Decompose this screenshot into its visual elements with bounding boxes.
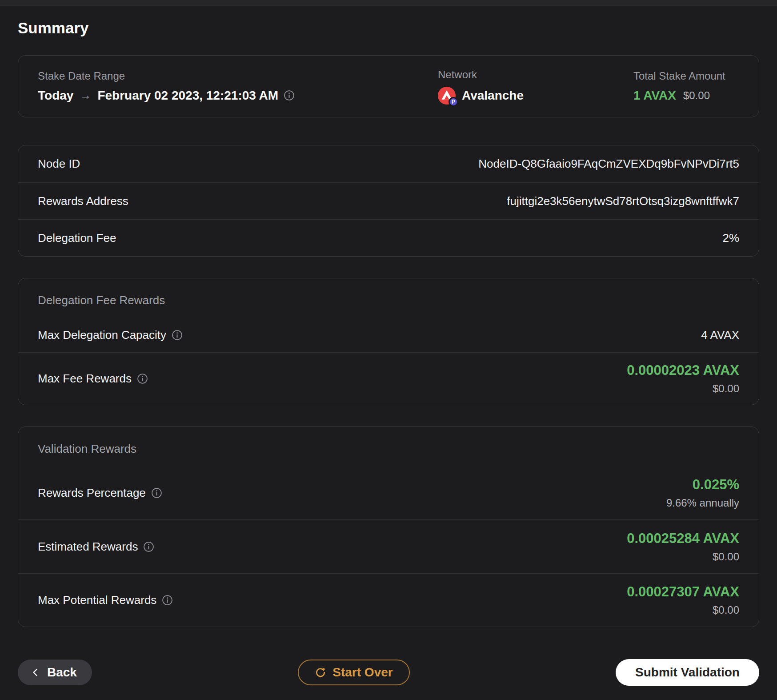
max-potential-rewards-value: 0.00027307 AVAX bbox=[627, 584, 739, 600]
max-fee-rewards-row: Max Fee Rewards 0.00002023 AVAX $0.00 bbox=[18, 352, 759, 405]
max-delegation-capacity-row: Max Delegation Capacity 4 AVAX bbox=[18, 318, 759, 352]
node-id-value: NodeID-Q8Gfaaio9FAqCmZVEXDq9bFvNPvDi7rt5 bbox=[478, 157, 739, 171]
rewards-percentage-row: Rewards Percentage 0.025% 9.66% annually bbox=[18, 466, 759, 519]
stake-date-info-icon[interactable] bbox=[284, 90, 295, 101]
restart-icon bbox=[315, 667, 326, 678]
p-chain-badge: P bbox=[449, 97, 458, 107]
start-over-button-label: Start Over bbox=[332, 665, 393, 680]
estimated-rewards-label-wrap: Estimated Rewards bbox=[38, 540, 154, 554]
table-row-delegation-fee: Delegation Fee 2% bbox=[18, 219, 759, 256]
arrow-right-icon: → bbox=[80, 89, 91, 102]
rewards-percentage-label: Rewards Percentage bbox=[38, 486, 146, 500]
max-delegation-capacity-value: 4 AVAX bbox=[701, 328, 739, 342]
table-row-rewards-address: Rewards Address fujittgi2e3k56enytwSd78r… bbox=[18, 182, 759, 219]
validation-rewards-header: Validation Rewards bbox=[18, 427, 759, 466]
max-potential-rewards-label-wrap: Max Potential Rewards bbox=[38, 593, 173, 607]
rewards-percentage-annual: 9.66% annually bbox=[666, 497, 739, 509]
network-block: Network P Avalanche bbox=[438, 68, 633, 105]
network-label: Network bbox=[438, 68, 633, 81]
overview-card: Stake Date Range Today → February 02 202… bbox=[18, 55, 759, 117]
table-row-node-id: Node ID NodeID-Q8Gfaaio9FAqCmZVEXDq9bFvN… bbox=[18, 145, 759, 182]
rewards-percentage-value: 0.025% bbox=[693, 477, 739, 493]
rewards-percentage-info-icon[interactable] bbox=[151, 487, 162, 499]
estimated-rewards-label: Estimated Rewards bbox=[38, 540, 138, 554]
max-fee-rewards-label: Max Fee Rewards bbox=[38, 372, 132, 386]
delegation-fee-value: 2% bbox=[722, 231, 739, 245]
max-fee-rewards-info-icon[interactable] bbox=[137, 373, 148, 384]
stake-date-range-value: Today → February 02 2023, 12:21:03 AM bbox=[38, 88, 438, 103]
total-stake-usd: $0.00 bbox=[683, 89, 710, 102]
rewards-address-value: fujittgi2e3k56enytwSd78rtOtsq3izg8wnftff… bbox=[507, 194, 739, 208]
max-potential-rewards-values: 0.00027307 AVAX $0.00 bbox=[627, 584, 739, 616]
total-stake-block: Total Stake Amount 1 AVAX $0.00 bbox=[633, 70, 739, 103]
estimated-rewards-value: 0.00025284 AVAX bbox=[627, 531, 739, 547]
max-fee-rewards-values: 0.00002023 AVAX $0.00 bbox=[627, 362, 739, 395]
top-strip bbox=[0, 0, 777, 6]
max-delegation-capacity-label: Max Delegation Capacity bbox=[38, 328, 166, 342]
delegation-fee-label: Delegation Fee bbox=[38, 231, 116, 245]
chevron-left-icon bbox=[30, 667, 41, 678]
delegation-fee-rewards-card: Delegation Fee Rewards Max Delegation Ca… bbox=[18, 278, 759, 405]
stake-date-from: Today bbox=[38, 88, 73, 103]
stake-date-to: February 02 2023, 12:21:03 AM bbox=[97, 88, 278, 103]
max-potential-rewards-info-icon[interactable] bbox=[162, 595, 173, 606]
summary-content: Summary Stake Date Range Today → Februar… bbox=[0, 20, 777, 686]
total-stake-label: Total Stake Amount bbox=[633, 70, 739, 82]
estimated-rewards-values: 0.00025284 AVAX $0.00 bbox=[627, 531, 739, 563]
submit-validation-button[interactable]: Submit Validation bbox=[616, 659, 759, 686]
total-stake-amount: 1 AVAX bbox=[633, 88, 676, 103]
max-potential-rewards-row: Max Potential Rewards 0.00027307 AVAX $0… bbox=[18, 573, 759, 627]
max-fee-rewards-usd: $0.00 bbox=[713, 382, 739, 395]
max-potential-rewards-usd: $0.00 bbox=[713, 604, 739, 616]
max-fee-rewards-value: 0.00002023 AVAX bbox=[627, 362, 739, 378]
avalanche-icon: P bbox=[438, 87, 456, 105]
network-value: P Avalanche bbox=[438, 87, 633, 105]
node-details-card: Node ID NodeID-Q8Gfaaio9FAqCmZVEXDq9bFvN… bbox=[18, 145, 759, 257]
network-name: Avalanche bbox=[462, 88, 524, 103]
rewards-percentage-label-wrap: Rewards Percentage bbox=[38, 486, 162, 500]
delegation-fee-rewards-header: Delegation Fee Rewards bbox=[18, 278, 759, 318]
estimated-rewards-info-icon[interactable] bbox=[143, 541, 154, 552]
node-id-label: Node ID bbox=[38, 157, 80, 171]
max-potential-rewards-label: Max Potential Rewards bbox=[38, 593, 156, 607]
start-over-button[interactable]: Start Over bbox=[298, 660, 409, 685]
stake-date-range-label: Stake Date Range bbox=[38, 70, 438, 82]
back-button[interactable]: Back bbox=[18, 660, 92, 685]
page-title: Summary bbox=[18, 20, 759, 36]
max-delegation-capacity-info-icon[interactable] bbox=[172, 330, 183, 341]
max-fee-rewards-label-wrap: Max Fee Rewards bbox=[38, 372, 148, 386]
validation-rewards-card: Validation Rewards Rewards Percentage 0.… bbox=[18, 426, 759, 627]
total-stake-value: 1 AVAX $0.00 bbox=[633, 88, 739, 103]
stake-date-range-block: Stake Date Range Today → February 02 202… bbox=[38, 70, 438, 103]
summary-page: Summary Stake Date Range Today → Februar… bbox=[0, 0, 777, 686]
max-delegation-capacity-label-wrap: Max Delegation Capacity bbox=[38, 328, 183, 342]
submit-validation-button-label: Submit Validation bbox=[635, 665, 740, 680]
rewards-address-label: Rewards Address bbox=[38, 194, 128, 208]
estimated-rewards-usd: $0.00 bbox=[713, 551, 739, 563]
rewards-percentage-values: 0.025% 9.66% annually bbox=[666, 477, 739, 509]
back-button-label: Back bbox=[47, 665, 77, 680]
footer-actions: Back Start Over Submit Validation bbox=[18, 659, 759, 686]
estimated-rewards-row: Estimated Rewards 0.00025284 AVAX $0.00 bbox=[18, 519, 759, 573]
